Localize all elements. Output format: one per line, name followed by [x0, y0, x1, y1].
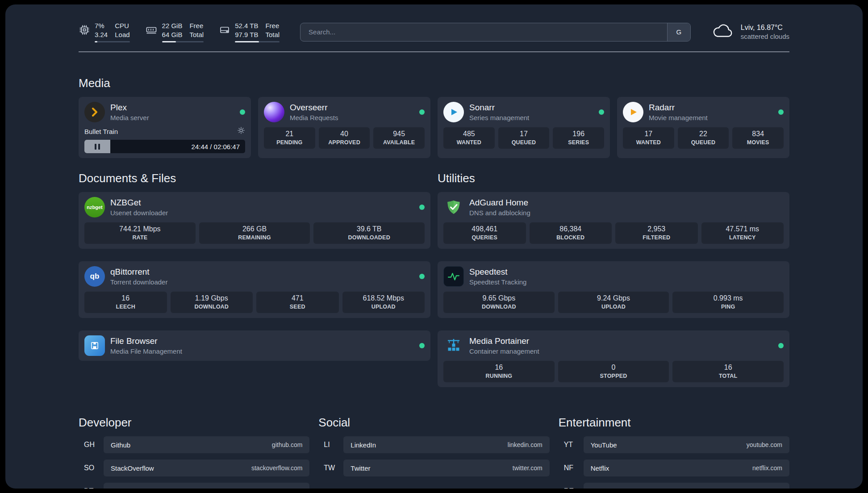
section-title-social: Social: [318, 416, 549, 430]
bookmark-url: stackoverflow.com: [251, 464, 302, 472]
bookmark-name: Reddit: [591, 488, 610, 489]
adguard-icon: [443, 197, 464, 217]
stat-label: PING: [674, 304, 782, 310]
nzbget-icon-text: nzbget: [87, 205, 102, 210]
service-card-qbittorrent[interactable]: qb qBittorrent Torrent downloader 16: [79, 261, 430, 318]
search-input[interactable]: [300, 23, 667, 41]
bookmark-url: netflix.com: [752, 464, 782, 472]
bookmark-row: LI LinkedIn linkedin.com: [318, 436, 549, 453]
service-description: Speedtest Tracking: [469, 278, 526, 287]
stat-latency: 47.571 ms LATENCY: [701, 222, 784, 244]
cloud-icon: [711, 23, 734, 41]
service-name: Radarr: [649, 102, 708, 113]
section-title-utilities: Utilities: [438, 171, 789, 185]
stat-label: DOWNLOAD: [445, 304, 553, 310]
stat-wanted: 485 WANTED: [443, 127, 495, 149]
service-name: Sonarr: [469, 102, 529, 113]
stat-downloaded: 39.6 TB DOWNLOADED: [313, 222, 425, 244]
stat-label: DOWNLOADED: [315, 234, 423, 241]
section-title-documents: Documents & Files: [79, 171, 430, 185]
playback-time: 24:44 / 02:06:47: [192, 143, 240, 150]
disk-usage-bar: [235, 41, 280, 42]
status-dot: [419, 274, 425, 279]
service-card-sonarr[interactable]: Sonarr Series management 485 WANTED 17 Q…: [438, 97, 610, 158]
service-name: Overseerr: [290, 102, 338, 113]
service-description: Series management: [469, 113, 529, 122]
service-card-filebrowser[interactable]: File Browser Media File Management: [79, 330, 430, 361]
stat-blocked: 86,384 BLOCKED: [530, 222, 612, 244]
stat-value: 744.21 Mbps: [86, 225, 194, 233]
stat-label: DOWNLOAD: [172, 304, 251, 310]
bookmark-url: youtube.com: [747, 441, 782, 448]
service-card-overseerr[interactable]: Overseerr Media Requests 21 PENDING 40 A…: [258, 97, 430, 158]
cpu-load-value: 3.24: [95, 30, 108, 39]
bookmark-group-social: Social LI LinkedIn linkedin.com TW Twitt…: [318, 416, 549, 489]
section-documents: Documents & Files nzbget NZBGet Usenet d…: [79, 171, 430, 361]
cpu-label: CPU: [115, 21, 129, 30]
stat-value: 9.24 Gbps: [560, 294, 668, 302]
service-name: AdGuard Home: [469, 197, 530, 209]
status-dot: [599, 109, 604, 115]
service-description: Torrent downloader: [110, 278, 167, 287]
bookmark-name: Twitter: [351, 464, 370, 472]
stat-running: 16 RUNNING: [443, 361, 555, 382]
stat-value: 0: [560, 363, 668, 372]
pause-button[interactable]: [84, 140, 110, 153]
stat-label: QUEUED: [500, 139, 548, 146]
stat-value: 498,461: [445, 225, 524, 233]
bookmark-name: DEV: [111, 488, 125, 489]
stat-value: 16: [445, 363, 553, 372]
bookmark-linkedin[interactable]: LinkedIn linkedin.com: [343, 436, 549, 453]
section-title-entertainment: Entertainment: [559, 416, 789, 430]
qbittorrent-icon: qb: [84, 266, 105, 287]
service-card-adguard[interactable]: AdGuard Home DNS and adblocking 498,461 …: [438, 192, 789, 249]
bookmark-name: YouTube: [591, 441, 617, 449]
bookmark-abbr: YT: [559, 441, 584, 449]
bookmark-name: StackOverflow: [111, 464, 154, 472]
stat-label: STOPPED: [560, 373, 668, 379]
bookmark-stackoverflow[interactable]: StackOverflow stackoverflow.com: [104, 460, 309, 476]
service-card-speedtest[interactable]: Speedtest Speedtest Tracking 9.65 Gbps D…: [438, 261, 789, 318]
stat-value: 834: [734, 130, 782, 138]
service-card-plex[interactable]: Plex Media server Bullet Train: [79, 97, 251, 158]
bookmark-twitter[interactable]: Twitter twitter.com: [343, 460, 549, 476]
service-card-radarr[interactable]: Radarr Movie management 17 WANTED 22 QUE…: [617, 97, 789, 158]
service-card-nzbget[interactable]: nzbget NZBGet Usenet downloader 744.21 M…: [79, 192, 430, 249]
bookmark-abbr: GH: [79, 441, 104, 449]
service-name: Plex: [110, 102, 149, 113]
stat-value: 266 GB: [201, 225, 309, 233]
stat-label: MOVIES: [734, 139, 782, 146]
stat-label: WANTED: [625, 139, 672, 146]
stat-upload: 618.52 Mbps UPLOAD: [342, 292, 425, 313]
service-description: Container management: [469, 347, 539, 356]
stat-label: SEED: [258, 304, 337, 310]
status-dot: [419, 205, 425, 210]
bookmark-url: github.com: [272, 441, 302, 448]
service-description: Usenet downloader: [110, 209, 168, 217]
bookmark-youtube[interactable]: YouTube youtube.com: [584, 436, 789, 453]
bookmark-dev[interactable]: DEV dev.to: [104, 483, 309, 489]
player-settings-gear-icon[interactable]: [237, 126, 245, 136]
bookmark-netflix[interactable]: Netflix netflix.com: [584, 460, 789, 476]
playback-progress-bar[interactable]: 24:44 / 02:06:47: [84, 140, 245, 153]
ram-free-label: Free: [189, 21, 204, 30]
stat-leech: 16 LEECH: [84, 292, 167, 313]
bookmark-github[interactable]: Github github.com: [104, 436, 309, 453]
speedtest-icon: [443, 266, 464, 287]
bookmark-row: RE Reddit reddit.com: [559, 483, 789, 489]
status-dot: [240, 109, 245, 115]
stat-movies: 834 MOVIES: [732, 127, 784, 149]
cpu-icon: [79, 24, 90, 36]
stat-value: 40: [321, 130, 368, 138]
search-provider-button[interactable]: G: [667, 23, 690, 41]
stat-label: RUNNING: [445, 373, 553, 379]
bookmark-group-entertainment: Entertainment YT YouTube youtube.com NF …: [559, 416, 789, 489]
service-card-portainer[interactable]: Media Portainer Container management 16 …: [438, 330, 789, 387]
bookmark-reddit[interactable]: Reddit reddit.com: [584, 483, 789, 489]
bookmark-row: TW Twitter twitter.com: [318, 460, 549, 476]
disk-monitor: 52.4 TB 97.9 TB Free Total: [219, 21, 280, 42]
sonarr-icon: [443, 102, 464, 122]
disk-readout: 52.4 TB 97.9 TB Free Total: [235, 21, 280, 42]
bookmark-abbr: DT: [79, 487, 104, 489]
stat-remaining: 266 GB REMAINING: [199, 222, 310, 244]
